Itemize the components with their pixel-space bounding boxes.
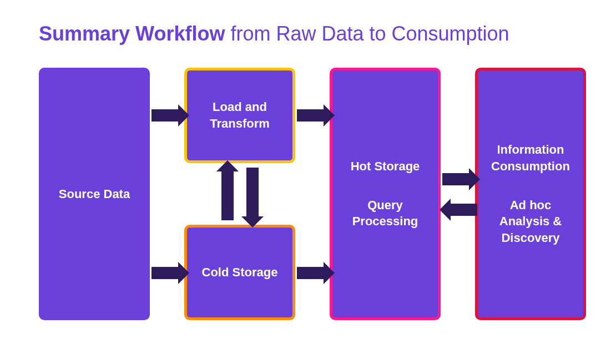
diagram-title: Summary Workflow from Raw Data to Consum… (39, 22, 572, 46)
box-source-data: Source Data (39, 68, 150, 320)
arrow-info-to-hot (450, 204, 477, 216)
box-load-transform: Load and Transform (184, 68, 295, 163)
box-hot-storage-label: Hot Storage (351, 158, 420, 175)
arrow-load-to-cold (246, 168, 259, 218)
box-source-label: Source Data (59, 186, 130, 203)
arrow-source-to-load (152, 109, 179, 122)
arrow-source-to-cold (152, 267, 179, 279)
box-adhoc-label: Ad hoc Analysis & Discovery (484, 197, 577, 246)
box-info-consumption-label: Information Consumption (484, 141, 577, 174)
box-query-processing-label: Query Processing (339, 197, 431, 230)
arrow-load-to-hot (297, 109, 325, 122)
box-info-consumption: Information Consumption Ad hoc Analysis … (475, 68, 586, 320)
workflow-diagram: Source Data Load and Transform Cold Stor… (39, 68, 572, 328)
title-bold: Summary Workflow (39, 22, 225, 45)
box-hot-storage-query: Hot Storage Query Processing (330, 68, 441, 320)
arrow-hot-to-info (442, 173, 470, 185)
box-load-label: Load and Transform (194, 99, 286, 132)
arrow-cold-to-load (221, 170, 234, 220)
box-cold-storage: Cold Storage (184, 225, 295, 320)
title-rest: from Raw Data to Consumption (225, 22, 509, 45)
arrow-cold-to-hot (297, 267, 325, 279)
box-cold-label: Cold Storage (202, 264, 278, 281)
